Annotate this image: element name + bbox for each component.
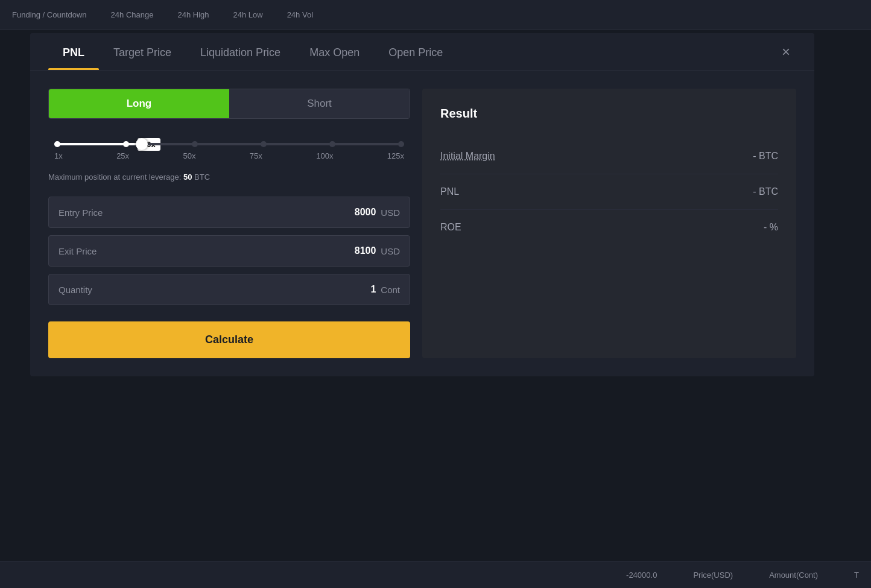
slider-label-100x: 100x	[316, 151, 333, 160]
bottom-bar: -24000.0 Price(USD) Amount(Cont) T	[0, 561, 871, 588]
slider-dot-25x	[123, 141, 129, 147]
result-title: Result	[440, 107, 778, 121]
quantity-value: 1	[370, 284, 376, 295]
quantity-value-group: 1 Cont	[370, 284, 400, 295]
top-bar-item: 24h Low	[233, 10, 262, 19]
tabs-header: PNL Target Price Liquidation Price Max O…	[30, 33, 814, 71]
result-row-roe: ROE - %	[440, 210, 778, 245]
exit-price-value-group: 8100 USD	[355, 245, 400, 256]
tab-target-price[interactable]: Target Price	[99, 33, 186, 70]
slider-thumb[interactable]	[136, 138, 148, 150]
bottom-bar-t: T	[854, 571, 859, 580]
result-panel: Result Initial Margin - BTC PNL - BTC RO…	[422, 89, 796, 358]
exit-price-label: Exit Price	[59, 246, 97, 256]
pnl-label: PNL	[440, 186, 459, 197]
slider-dot-125x	[398, 141, 404, 147]
bottom-bar-price-label: Price(USD)	[693, 571, 733, 580]
left-panel: Long Short 20x	[48, 89, 410, 358]
top-bar-item: 24h Change	[111, 10, 154, 19]
exit-price-unit: USD	[381, 246, 400, 256]
result-row-pnl: PNL - BTC	[440, 174, 778, 210]
entry-price-value-group: 8000 USD	[355, 207, 400, 218]
slider-dot-75x	[261, 141, 267, 147]
entry-price-unit: USD	[381, 207, 400, 218]
entry-price-group: Entry Price 8000 USD	[48, 197, 410, 228]
long-button[interactable]: Long	[49, 89, 229, 118]
modal-body: Long Short 20x	[30, 71, 814, 376]
slider-track	[54, 143, 404, 145]
calculator-modal: PNL Target Price Liquidation Price Max O…	[30, 33, 814, 376]
slider-label-50x: 50x	[183, 151, 195, 160]
tab-open-price[interactable]: Open Price	[374, 33, 457, 70]
slider-label-1x: 1x	[54, 151, 63, 160]
bottom-bar-value: -24000.0	[626, 571, 657, 580]
max-position-text: Maximum position at current leverage: 50…	[48, 172, 410, 182]
slider-dot-100x	[329, 141, 335, 147]
bottom-bar-amount-label: Amount(Cont)	[769, 571, 818, 580]
exit-price-field[interactable]: Exit Price 8100 USD	[48, 235, 410, 267]
entry-price-field[interactable]: Entry Price 8000 USD	[48, 197, 410, 228]
slider-label-25x: 25x	[116, 151, 129, 160]
top-bar-item: Funding / Countdown	[12, 10, 87, 19]
exit-price-group: Exit Price 8100 USD	[48, 235, 410, 267]
slider-labels: 1x 25x 50x 75x 100x 125x	[54, 151, 404, 160]
slider-label-75x: 75x	[250, 151, 262, 160]
quantity-field[interactable]: Quantity 1 Cont	[48, 274, 410, 305]
short-button[interactable]: Short	[229, 89, 410, 118]
tab-pnl[interactable]: PNL	[48, 33, 99, 70]
entry-price-label: Entry Price	[59, 207, 103, 218]
top-bar-item: 24h Vol	[287, 10, 313, 19]
top-bar: Funding / Countdown 24h Change 24h High …	[0, 0, 871, 30]
slider-dot-50x	[192, 141, 198, 147]
top-bar-item: 24h High	[177, 10, 209, 19]
result-row-initial-margin: Initial Margin - BTC	[440, 139, 778, 174]
quantity-label: Quantity	[59, 285, 92, 295]
exit-price-value: 8100	[355, 245, 376, 256]
tab-max-open[interactable]: Max Open	[295, 33, 374, 70]
initial-margin-value: - BTC	[753, 151, 778, 162]
close-button[interactable]: ×	[776, 37, 796, 66]
entry-price-value: 8000	[355, 207, 376, 218]
pnl-value: - BTC	[753, 186, 778, 197]
roe-value: - %	[764, 222, 778, 233]
slider-label-125x: 125x	[387, 151, 404, 160]
initial-margin-label: Initial Margin	[440, 151, 495, 162]
long-short-toggle: Long Short	[48, 89, 410, 119]
roe-label: ROE	[440, 222, 461, 233]
quantity-group: Quantity 1 Cont	[48, 274, 410, 305]
quantity-unit: Cont	[381, 285, 400, 295]
tab-liquidation-price[interactable]: Liquidation Price	[186, 33, 295, 70]
slider-dots	[54, 141, 404, 147]
slider-dot-1x	[54, 141, 60, 147]
calculate-button[interactable]: Calculate	[48, 321, 410, 358]
leverage-section: 20x 1x 25x 50x	[48, 143, 410, 160]
